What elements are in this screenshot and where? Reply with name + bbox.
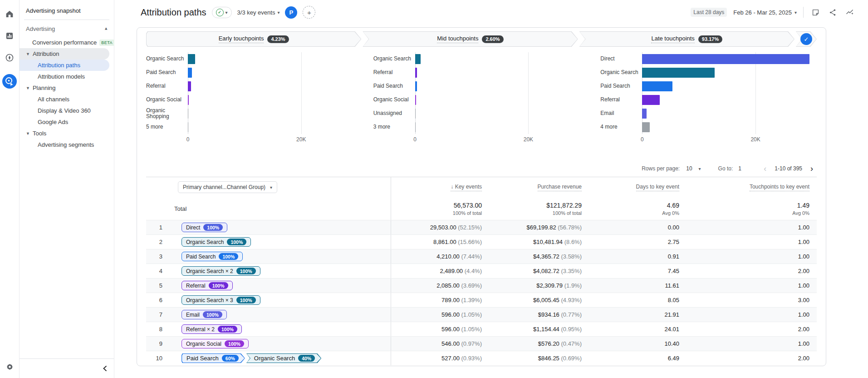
credit-percent-badge: 100%: [236, 268, 256, 274]
metric-value: 11.61: [665, 282, 679, 289]
metric-value: 21.91: [664, 311, 679, 318]
path-chip[interactable]: Paid Search100%: [181, 252, 243, 261]
chart-bar[interactable]: [188, 95, 189, 105]
avatar[interactable]: P: [285, 6, 297, 19]
sidebar-item-all-channels[interactable]: All channels: [20, 94, 114, 105]
funnel-stage-mid[interactable]: Mid touchpoints 2.60%: [363, 31, 578, 47]
insights-icon[interactable]: [844, 7, 855, 18]
path-chip[interactable]: Organic Search × 3100%: [181, 295, 260, 305]
chart-bar[interactable]: [415, 81, 417, 91]
path-chip[interactable]: Referral × 2100%: [181, 324, 242, 334]
path-chip[interactable]: Organic Social100%: [181, 339, 249, 348]
chart-bar[interactable]: [415, 95, 416, 105]
sidebar-item-label: Display & Video 360: [38, 107, 91, 114]
credit-percent-badge: 100%: [219, 253, 238, 260]
sidebar-section-advertising[interactable]: Advertising: [20, 20, 114, 37]
funnel-stage-late[interactable]: Late touchpoints 93.17%: [579, 31, 794, 47]
date-range-picker[interactable]: Feb 26 - Mar 25, 2025: [733, 9, 797, 16]
sidebar-item-advertising-snapshot[interactable]: Advertising snapshot: [20, 5, 114, 20]
chart-bar[interactable]: [188, 54, 195, 64]
chart-bar[interactable]: [188, 109, 188, 119]
goto-page-input[interactable]: [737, 165, 751, 172]
chart-bar[interactable]: [188, 68, 192, 78]
report-card: Early touchpoints 4.23% Mid touchpoints …: [137, 27, 826, 366]
attribution-paths-table: Primary channel...Channel Group) Key eve…: [146, 177, 817, 365]
path-chip[interactable]: Referral100%: [181, 281, 233, 290]
expand-arrow-icon[interactable]: [26, 86, 30, 90]
chart-bar[interactable]: [415, 54, 421, 64]
settings-gear-icon[interactable]: [4, 361, 15, 373]
rows-per-page-select[interactable]: 10: [684, 165, 702, 172]
chart-category-label: Paid Search: [600, 80, 642, 93]
chart-bar[interactable]: [642, 95, 660, 105]
channel-label: Email: [186, 312, 200, 318]
metric-value: $69,199.82: [527, 224, 556, 231]
channel-label: Organic Social: [186, 341, 221, 347]
metric-value: 8,861.00: [433, 239, 456, 245]
sidebar-item-attribution-paths[interactable]: Attribution paths: [20, 60, 109, 71]
chart-category-label: Organic Search: [146, 52, 188, 66]
date-preset-chip: Last 28 days: [691, 8, 727, 17]
column-header-sort[interactable]: Purchase revenue: [538, 184, 582, 191]
expand-arrow-icon[interactable]: [26, 131, 30, 136]
sidebar-item-attribution-models[interactable]: Attribution models: [20, 71, 114, 82]
sidebar-item-google-ads[interactable]: Google Ads: [20, 116, 114, 128]
chevron-down-icon: [277, 10, 280, 15]
metric-value: 1.00: [798, 239, 809, 245]
sidebar-item-conversion-performance[interactable]: Conversion performance BETA: [20, 37, 114, 48]
sidebar-item-attribution[interactable]: Attribution: [20, 48, 109, 60]
funnel-stage-early[interactable]: Early touchpoints 4.23%: [146, 31, 361, 47]
chart-bar[interactable]: [642, 68, 715, 78]
sidebar-item-display-video-360[interactable]: Display & Video 360: [20, 105, 114, 116]
add-comparison-button[interactable]: [303, 6, 315, 19]
share-icon[interactable]: [827, 7, 838, 18]
explore-icon[interactable]: [4, 52, 15, 64]
chart-bar[interactable]: [188, 81, 191, 91]
collapse-section-icon[interactable]: [105, 26, 108, 32]
selected-check-icon[interactable]: [800, 33, 812, 45]
chart-bar[interactable]: [415, 122, 416, 132]
chart-bar[interactable]: [188, 122, 188, 132]
notes-icon[interactable]: [810, 7, 821, 18]
chart-category-label: 4 more: [600, 120, 642, 134]
column-header-sort[interactable]: Key events: [451, 184, 482, 191]
chart-category-label: Referral: [146, 80, 188, 93]
previous-page-button[interactable]: [760, 164, 770, 174]
attribution-path: Organic Search100%: [181, 237, 251, 247]
expand-arrow-icon[interactable]: [26, 52, 30, 56]
home-icon[interactable]: [4, 8, 15, 20]
reports-icon[interactable]: [4, 30, 15, 42]
credit-percent-badge: 100%: [225, 340, 244, 347]
chart-bar[interactable]: [642, 54, 809, 64]
next-page-button[interactable]: [807, 164, 817, 174]
column-header-sort[interactable]: Touchpoints to key event: [750, 184, 809, 191]
metric-value: 546.00: [441, 340, 460, 347]
metric-value: 2.75: [668, 239, 679, 245]
path-chip[interactable]: Organic Search40%: [246, 353, 321, 363]
cell-days-to-key-event: 6.49: [582, 351, 679, 365]
metric-value: 0.00: [668, 224, 679, 231]
chart-bar[interactable]: [415, 68, 417, 78]
key-events-selector[interactable]: 3/3 key events: [237, 9, 280, 16]
chart-category-label: Organic Shopping: [146, 107, 188, 120]
path-chip[interactable]: Direct100%: [181, 223, 227, 232]
sidebar-item-tools[interactable]: Tools: [20, 128, 114, 139]
chart-bar[interactable]: [642, 81, 672, 91]
path-chip[interactable]: Organic Search100%: [181, 237, 251, 247]
path-chip[interactable]: Email100%: [181, 310, 227, 319]
metric-value: 4,210.00: [436, 253, 460, 260]
path-chip[interactable]: Paid Search60%: [181, 353, 245, 363]
sidebar-item-advertising-segments[interactable]: Advertising segments: [20, 139, 114, 150]
collapse-sidebar-icon[interactable]: [102, 365, 108, 372]
column-header-sort[interactable]: Days to key event: [636, 184, 679, 191]
report-status-pill[interactable]: [212, 7, 232, 18]
cell-purchase-revenue: $846.25 (0.69%): [482, 351, 582, 365]
chart-bar[interactable]: [642, 109, 647, 119]
chart-bar[interactable]: [642, 122, 649, 132]
advertising-icon[interactable]: [2, 74, 17, 89]
metric-value: 2,085.00: [436, 282, 460, 289]
sidebar-item-planning[interactable]: Planning: [20, 82, 114, 94]
dimension-dropdown[interactable]: Primary channel...Channel Group): [178, 181, 277, 193]
path-chip[interactable]: Organic Search × 2100%: [181, 266, 260, 276]
funnel-stage-label: Late touchpoints: [651, 35, 694, 43]
